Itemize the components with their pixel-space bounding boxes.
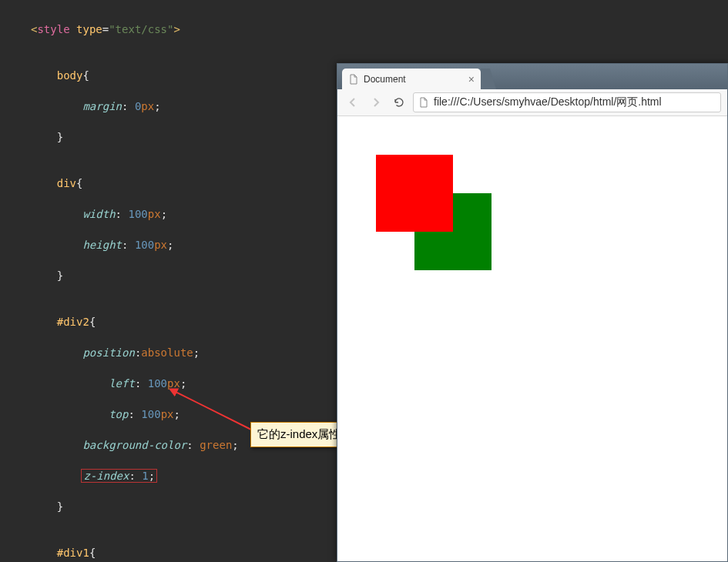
address-bar[interactable]: file:///C:/Users/smyhvae/Desktop/html/网页… [413,92,721,112]
highlight-zindex-1: z-index: 1; [81,469,157,483]
forward-button[interactable] [367,93,385,112]
close-tab-icon[interactable]: × [468,74,475,85]
tab-strip: Document × [337,64,727,89]
red-square [376,155,453,232]
reload-button[interactable] [390,93,408,112]
tab-title: Document [364,74,406,85]
browser-toolbar: file:///C:/Users/smyhvae/Desktop/html/网页… [337,89,727,116]
browser-window: Document × file:///C:/Users/smyhvae/Desk… [337,63,728,562]
code-editor: <style type="text/css"> body{ margin: 0p… [0,0,339,562]
url-text: file:///C:/Users/smyhvae/Desktop/html/网页… [434,95,662,109]
page-icon [418,97,429,108]
selector-div2: #div2 [57,316,89,328]
tab-slant [481,69,496,89]
browser-tab[interactable]: Document × [342,69,481,89]
file-icon [348,74,359,85]
selector-body: body [57,69,83,82]
page-viewport [337,116,727,561]
back-button[interactable] [344,93,362,112]
selector-div1: #div1 [57,547,89,559]
selector-div: div [57,177,76,189]
